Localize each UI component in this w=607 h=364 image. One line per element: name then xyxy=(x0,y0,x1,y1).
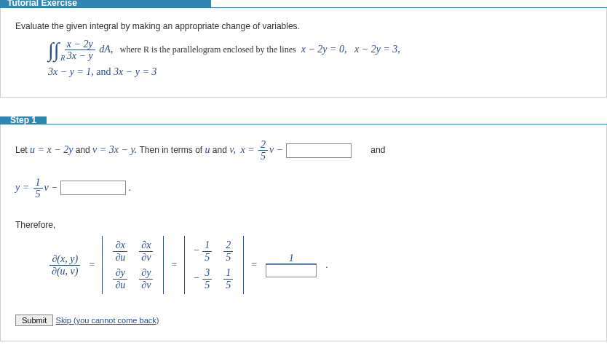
and-2: and xyxy=(213,145,227,155)
boundary-line-2: x − 2y = 3, xyxy=(354,44,400,55)
y-equals: y = xyxy=(15,182,29,193)
jacobian-row: ∂(x, y) ∂(u, v) = ∂x∂u ∂x∂v ∂y∂u ∂y∂v = … xyxy=(48,236,592,294)
therefore-text: Therefore, xyxy=(15,220,592,230)
dx-1: ∂x xyxy=(113,240,127,251)
x-v-minus: v − xyxy=(269,144,283,155)
result-num: 1 xyxy=(266,253,317,264)
final-dot: . xyxy=(325,259,328,271)
jacobian-den: ∂(u, v) xyxy=(49,266,80,277)
action-row: Submit Skip (you cannot come back) xyxy=(15,314,592,326)
and-trail: and xyxy=(370,145,385,155)
boundary-line-1: x − 2y = 0, xyxy=(301,44,347,55)
v-definition: v = 3x − y. xyxy=(92,144,137,155)
skip-link[interactable]: Skip (you cannot come back) xyxy=(56,316,159,325)
step-1-tab: Step 1 xyxy=(0,116,47,124)
m22d: 5 xyxy=(223,280,233,290)
prompt-text: Evaluate the given integral by making an… xyxy=(15,21,592,31)
region-intro: where R is the parallelogram enclosed by… xyxy=(120,44,296,55)
tutorial-exercise-tab: Tutorial Exercise xyxy=(0,0,211,7)
u-definition: u = x − 2y xyxy=(30,144,73,155)
m11d: 5 xyxy=(202,252,212,263)
step-1-panel: Let u = x − 2y and v = 3x − y. Then in t… xyxy=(0,124,607,341)
jacobian-answer-input[interactable] xyxy=(266,264,317,277)
integrand-denominator: 3x − y xyxy=(65,50,95,61)
partial-matrix: ∂x∂u ∂x∂v ∂y∂u ∂y∂v xyxy=(102,236,164,294)
boundary-line-3: 3x − y = 1, xyxy=(48,66,94,77)
dv-2: ∂v xyxy=(139,280,153,290)
value-matrix: −15 25 −35 15 xyxy=(184,236,244,294)
dv-1: ∂v xyxy=(139,252,153,263)
and-1: and xyxy=(76,145,90,155)
y-answer-input[interactable] xyxy=(60,181,126,195)
m21n: 3 xyxy=(202,267,212,279)
and-text: and xyxy=(96,66,114,77)
x-equation-row: Let u = x − 2y and v = 3x − y. Then in t… xyxy=(15,139,592,162)
let-text: Let xyxy=(15,145,28,155)
x-answer-input[interactable] xyxy=(286,143,352,158)
eq-2: = xyxy=(171,259,177,271)
submit-button[interactable]: Submit xyxy=(15,314,53,326)
m21d: 5 xyxy=(202,280,212,290)
du-2: ∂u xyxy=(113,280,127,290)
boundary-line-4: 3x − y = 3 xyxy=(114,66,156,77)
y-period: . xyxy=(128,182,131,193)
v-var: v, xyxy=(229,144,236,155)
du-1: ∂u xyxy=(113,252,127,263)
then-text: Then in terms of xyxy=(139,145,202,155)
m11n: 1 xyxy=(202,240,212,251)
eq-3: = xyxy=(251,259,257,271)
y-v-minus: v − xyxy=(44,182,58,193)
exercise-panel: Evaluate the given integral by making an… xyxy=(0,8,607,98)
dx-2: ∂x xyxy=(139,240,153,251)
integral-expression: ∫∫ x − 2y 3x − y dA, where R is the para… xyxy=(48,39,592,82)
x-coef-num: 2 xyxy=(258,139,268,151)
dy-2: ∂y xyxy=(139,267,153,279)
x-coef-den: 5 xyxy=(258,151,268,162)
y-equation-row: y = 1 5 v − . xyxy=(15,177,592,200)
m12d: 5 xyxy=(223,252,233,263)
u-var: u xyxy=(205,144,210,155)
m12n: 2 xyxy=(223,240,233,251)
x-equals: x = xyxy=(241,144,255,155)
dy-1: ∂y xyxy=(113,267,127,279)
m22n: 1 xyxy=(223,267,233,279)
y-coef-den: 5 xyxy=(33,189,43,199)
double-integral-icon: ∫∫ xyxy=(48,40,59,60)
dA-text: dA, xyxy=(99,44,113,55)
eq-1: = xyxy=(89,259,95,271)
y-coef-num: 1 xyxy=(33,177,43,189)
integrand-numerator: x − 2y xyxy=(65,39,95,50)
jacobian-num: ∂(x, y) xyxy=(49,253,80,265)
result-fraction: 1 xyxy=(266,253,317,277)
